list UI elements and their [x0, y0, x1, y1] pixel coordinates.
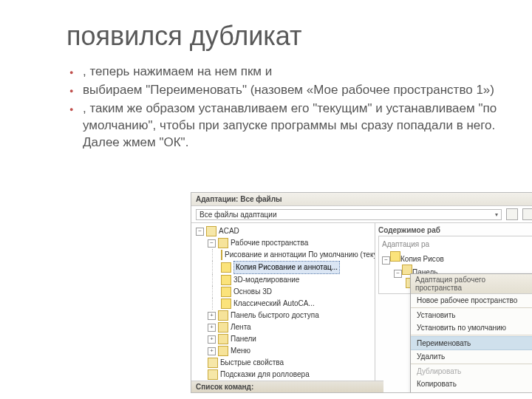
star-icon [221, 299, 231, 309]
right-panel-subtitle: Адаптация ра [382, 239, 532, 251]
context-menu: Адаптация рабочего пространства Новое ра… [410, 273, 532, 393]
menu-item-delete[interactable]: Удалить [411, 350, 532, 363]
minus-icon[interactable]: − [394, 270, 402, 278]
bullet-item: выбираем "Переименовать" (назовем «Мое р… [66, 82, 502, 99]
folder-icon [218, 346, 228, 356]
menu-item-set[interactable]: Установить [411, 309, 532, 321]
tab-bar: Адаптации: Все файлы [191, 193, 532, 206]
folder-icon [218, 334, 228, 344]
minus-icon[interactable]: − [382, 256, 390, 265]
tree-workspaces[interactable]: − Рабочие пространства [193, 237, 373, 249]
filter-value: Все файлы адаптации [200, 211, 277, 219]
tree-item-selected[interactable]: Копия Рисование и аннотац... [193, 261, 373, 274]
menu-item-duplicate[interactable]: Дублировать [411, 365, 532, 378]
tree-item[interactable]: Основы 3D [193, 286, 373, 298]
star-icon [221, 287, 231, 297]
save-icon[interactable] [506, 208, 518, 220]
tab-adaptations[interactable]: Адаптации: Все файлы [196, 195, 282, 203]
star-icon [221, 262, 231, 273]
tree-item[interactable]: Классический AutoCA... [193, 298, 373, 310]
doc-icon [208, 358, 218, 368]
filter-row: Все файлы адаптации ▾ [191, 206, 532, 223]
slide-title: появился дубликат [66, 21, 502, 52]
minus-icon[interactable]: − [196, 228, 204, 236]
menu-item-rename[interactable]: Переименовать [411, 336, 532, 350]
filter-dropdown[interactable]: Все файлы адаптации ▾ [196, 209, 502, 220]
command-list-label: Список команд: [191, 381, 383, 392]
tree-root[interactable]: − ACAD [193, 225, 373, 237]
bullet-list: , теперь нажимаем на нем пкм и выбираем … [66, 64, 502, 151]
file-icon [206, 226, 216, 236]
tree-section[interactable]: +Панель быстрого доступа [193, 310, 373, 321]
folder-icon [218, 238, 228, 248]
plus-icon[interactable]: + [208, 324, 216, 332]
menu-item-new-workspace[interactable]: Новое рабочее пространство [411, 294, 532, 307]
menu-item-set-default[interactable]: Установить по умолчанию [411, 321, 532, 334]
star-icon [221, 250, 222, 260]
plus-icon[interactable]: + [208, 335, 216, 344]
plus-icon[interactable]: + [208, 312, 216, 320]
folder-icon [218, 310, 228, 321]
bullet-item: , теперь нажимаем на нем пкм и [66, 64, 502, 81]
plus-icon[interactable]: + [208, 347, 216, 355]
tree-section[interactable]: +Горячие клавиши [193, 392, 373, 393]
menu-item-paste[interactable]: Вставить [411, 390, 532, 393]
tree-item[interactable]: 3D-моделирование [193, 274, 373, 286]
tree-panel: − ACAD − Рабочие пространства Рисование … [191, 223, 375, 393]
menu-item-copy[interactable]: Копировать [411, 378, 532, 390]
screenshot-panel: Адаптации: Все файлы Все файлы адаптации… [191, 192, 532, 393]
tree-section[interactable]: +Панели [193, 333, 373, 345]
star-icon [221, 275, 231, 285]
minus-icon[interactable]: − [208, 239, 216, 248]
bullet-item: , таким же образом устанавливаем его "те… [66, 100, 502, 151]
tree-section[interactable]: +Меню [193, 345, 373, 357]
context-menu-title: Адаптация рабочего пространства [411, 274, 532, 294]
star-icon [390, 251, 400, 262]
tree-section[interactable]: Подсказки для ролловера [193, 369, 373, 381]
tree-section[interactable]: +Лента [193, 321, 373, 333]
right-panel-title: Содержимое раб [378, 226, 532, 236]
tree-section[interactable]: Быстрые свойства [193, 357, 373, 369]
tree-item[interactable]: Рисование и аннотации По умолчанию (теку… [193, 249, 373, 261]
doc-icon [208, 369, 218, 380]
chevron-down-icon: ▾ [495, 211, 498, 218]
tree-item[interactable]: −Копия Рисов [382, 251, 532, 265]
open-icon[interactable] [522, 208, 532, 220]
folder-icon [218, 322, 228, 332]
